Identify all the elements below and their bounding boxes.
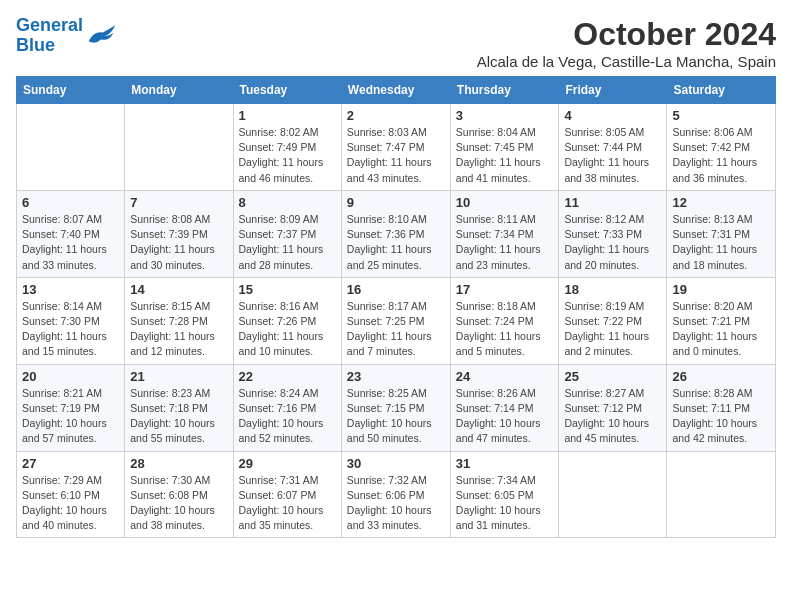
header-sunday: Sunday xyxy=(17,77,125,104)
day-detail: Sunrise: 7:34 AM Sunset: 6:05 PM Dayligh… xyxy=(456,473,554,534)
calendar-cell: 24Sunrise: 8:26 AM Sunset: 7:14 PM Dayli… xyxy=(450,364,559,451)
calendar-cell: 10Sunrise: 8:11 AM Sunset: 7:34 PM Dayli… xyxy=(450,190,559,277)
calendar-cell: 14Sunrise: 8:15 AM Sunset: 7:28 PM Dayli… xyxy=(125,277,233,364)
calendar-cell: 11Sunrise: 8:12 AM Sunset: 7:33 PM Dayli… xyxy=(559,190,667,277)
day-number: 8 xyxy=(239,195,336,210)
day-detail: Sunrise: 8:23 AM Sunset: 7:18 PM Dayligh… xyxy=(130,386,227,447)
day-detail: Sunrise: 7:29 AM Sunset: 6:10 PM Dayligh… xyxy=(22,473,119,534)
calendar-cell: 17Sunrise: 8:18 AM Sunset: 7:24 PM Dayli… xyxy=(450,277,559,364)
calendar-cell: 26Sunrise: 8:28 AM Sunset: 7:11 PM Dayli… xyxy=(667,364,776,451)
day-detail: Sunrise: 8:04 AM Sunset: 7:45 PM Dayligh… xyxy=(456,125,554,186)
day-detail: Sunrise: 8:21 AM Sunset: 7:19 PM Dayligh… xyxy=(22,386,119,447)
calendar-cell: 8Sunrise: 8:09 AM Sunset: 7:37 PM Daylig… xyxy=(233,190,341,277)
day-number: 16 xyxy=(347,282,445,297)
day-detail: Sunrise: 8:11 AM Sunset: 7:34 PM Dayligh… xyxy=(456,212,554,273)
day-detail: Sunrise: 7:30 AM Sunset: 6:08 PM Dayligh… xyxy=(130,473,227,534)
day-detail: Sunrise: 8:26 AM Sunset: 7:14 PM Dayligh… xyxy=(456,386,554,447)
location-title: Alcala de la Vega, Castille-La Mancha, S… xyxy=(477,53,776,70)
day-number: 29 xyxy=(239,456,336,471)
calendar-cell xyxy=(667,451,776,538)
day-number: 12 xyxy=(672,195,770,210)
day-number: 28 xyxy=(130,456,227,471)
day-detail: Sunrise: 8:10 AM Sunset: 7:36 PM Dayligh… xyxy=(347,212,445,273)
calendar-cell: 1Sunrise: 8:02 AM Sunset: 7:49 PM Daylig… xyxy=(233,104,341,191)
calendar-week-row: 1Sunrise: 8:02 AM Sunset: 7:49 PM Daylig… xyxy=(17,104,776,191)
calendar-cell: 6Sunrise: 8:07 AM Sunset: 7:40 PM Daylig… xyxy=(17,190,125,277)
day-number: 21 xyxy=(130,369,227,384)
day-number: 6 xyxy=(22,195,119,210)
day-detail: Sunrise: 8:15 AM Sunset: 7:28 PM Dayligh… xyxy=(130,299,227,360)
day-number: 30 xyxy=(347,456,445,471)
calendar-cell: 31Sunrise: 7:34 AM Sunset: 6:05 PM Dayli… xyxy=(450,451,559,538)
day-detail: Sunrise: 8:08 AM Sunset: 7:39 PM Dayligh… xyxy=(130,212,227,273)
calendar-week-row: 13Sunrise: 8:14 AM Sunset: 7:30 PM Dayli… xyxy=(17,277,776,364)
day-number: 3 xyxy=(456,108,554,123)
calendar-cell: 19Sunrise: 8:20 AM Sunset: 7:21 PM Dayli… xyxy=(667,277,776,364)
day-detail: Sunrise: 8:05 AM Sunset: 7:44 PM Dayligh… xyxy=(564,125,661,186)
day-number: 20 xyxy=(22,369,119,384)
day-detail: Sunrise: 8:02 AM Sunset: 7:49 PM Dayligh… xyxy=(239,125,336,186)
day-detail: Sunrise: 8:07 AM Sunset: 7:40 PM Dayligh… xyxy=(22,212,119,273)
day-number: 31 xyxy=(456,456,554,471)
title-area: October 2024 Alcala de la Vega, Castille… xyxy=(477,16,776,70)
day-detail: Sunrise: 8:24 AM Sunset: 7:16 PM Dayligh… xyxy=(239,386,336,447)
day-number: 27 xyxy=(22,456,119,471)
calendar-cell: 3Sunrise: 8:04 AM Sunset: 7:45 PM Daylig… xyxy=(450,104,559,191)
logo: General Blue xyxy=(16,16,117,56)
header-tuesday: Tuesday xyxy=(233,77,341,104)
day-number: 10 xyxy=(456,195,554,210)
calendar-cell: 27Sunrise: 7:29 AM Sunset: 6:10 PM Dayli… xyxy=(17,451,125,538)
logo-line1: General xyxy=(16,15,83,35)
calendar-cell: 22Sunrise: 8:24 AM Sunset: 7:16 PM Dayli… xyxy=(233,364,341,451)
day-detail: Sunrise: 8:12 AM Sunset: 7:33 PM Dayligh… xyxy=(564,212,661,273)
day-number: 17 xyxy=(456,282,554,297)
calendar-cell: 15Sunrise: 8:16 AM Sunset: 7:26 PM Dayli… xyxy=(233,277,341,364)
header-wednesday: Wednesday xyxy=(341,77,450,104)
calendar-cell: 4Sunrise: 8:05 AM Sunset: 7:44 PM Daylig… xyxy=(559,104,667,191)
header-friday: Friday xyxy=(559,77,667,104)
day-detail: Sunrise: 8:09 AM Sunset: 7:37 PM Dayligh… xyxy=(239,212,336,273)
calendar-week-row: 27Sunrise: 7:29 AM Sunset: 6:10 PM Dayli… xyxy=(17,451,776,538)
day-detail: Sunrise: 8:20 AM Sunset: 7:21 PM Dayligh… xyxy=(672,299,770,360)
day-number: 22 xyxy=(239,369,336,384)
day-detail: Sunrise: 8:19 AM Sunset: 7:22 PM Dayligh… xyxy=(564,299,661,360)
day-number: 23 xyxy=(347,369,445,384)
day-detail: Sunrise: 8:25 AM Sunset: 7:15 PM Dayligh… xyxy=(347,386,445,447)
calendar-cell: 13Sunrise: 8:14 AM Sunset: 7:30 PM Dayli… xyxy=(17,277,125,364)
day-number: 19 xyxy=(672,282,770,297)
day-number: 15 xyxy=(239,282,336,297)
calendar-cell xyxy=(125,104,233,191)
calendar-week-row: 6Sunrise: 8:07 AM Sunset: 7:40 PM Daylig… xyxy=(17,190,776,277)
calendar-cell: 5Sunrise: 8:06 AM Sunset: 7:42 PM Daylig… xyxy=(667,104,776,191)
day-detail: Sunrise: 8:18 AM Sunset: 7:24 PM Dayligh… xyxy=(456,299,554,360)
calendar-cell: 28Sunrise: 7:30 AM Sunset: 6:08 PM Dayli… xyxy=(125,451,233,538)
day-number: 2 xyxy=(347,108,445,123)
day-number: 13 xyxy=(22,282,119,297)
calendar-cell xyxy=(17,104,125,191)
month-title: October 2024 xyxy=(477,16,776,53)
day-number: 18 xyxy=(564,282,661,297)
day-number: 26 xyxy=(672,369,770,384)
calendar-week-row: 20Sunrise: 8:21 AM Sunset: 7:19 PM Dayli… xyxy=(17,364,776,451)
day-detail: Sunrise: 7:32 AM Sunset: 6:06 PM Dayligh… xyxy=(347,473,445,534)
day-number: 1 xyxy=(239,108,336,123)
logo-line2: Blue xyxy=(16,35,55,55)
day-number: 4 xyxy=(564,108,661,123)
calendar-cell: 21Sunrise: 8:23 AM Sunset: 7:18 PM Dayli… xyxy=(125,364,233,451)
day-number: 11 xyxy=(564,195,661,210)
calendar-cell: 16Sunrise: 8:17 AM Sunset: 7:25 PM Dayli… xyxy=(341,277,450,364)
calendar-cell: 30Sunrise: 7:32 AM Sunset: 6:06 PM Dayli… xyxy=(341,451,450,538)
day-detail: Sunrise: 8:13 AM Sunset: 7:31 PM Dayligh… xyxy=(672,212,770,273)
calendar-cell xyxy=(559,451,667,538)
day-detail: Sunrise: 8:14 AM Sunset: 7:30 PM Dayligh… xyxy=(22,299,119,360)
calendar-cell: 23Sunrise: 8:25 AM Sunset: 7:15 PM Dayli… xyxy=(341,364,450,451)
header-thursday: Thursday xyxy=(450,77,559,104)
day-detail: Sunrise: 8:06 AM Sunset: 7:42 PM Dayligh… xyxy=(672,125,770,186)
calendar-cell: 2Sunrise: 8:03 AM Sunset: 7:47 PM Daylig… xyxy=(341,104,450,191)
calendar-table: SundayMondayTuesdayWednesdayThursdayFrid… xyxy=(16,76,776,538)
header-monday: Monday xyxy=(125,77,233,104)
day-detail: Sunrise: 8:03 AM Sunset: 7:47 PM Dayligh… xyxy=(347,125,445,186)
calendar-cell: 25Sunrise: 8:27 AM Sunset: 7:12 PM Dayli… xyxy=(559,364,667,451)
calendar-cell: 18Sunrise: 8:19 AM Sunset: 7:22 PM Dayli… xyxy=(559,277,667,364)
calendar-cell: 29Sunrise: 7:31 AM Sunset: 6:07 PM Dayli… xyxy=(233,451,341,538)
